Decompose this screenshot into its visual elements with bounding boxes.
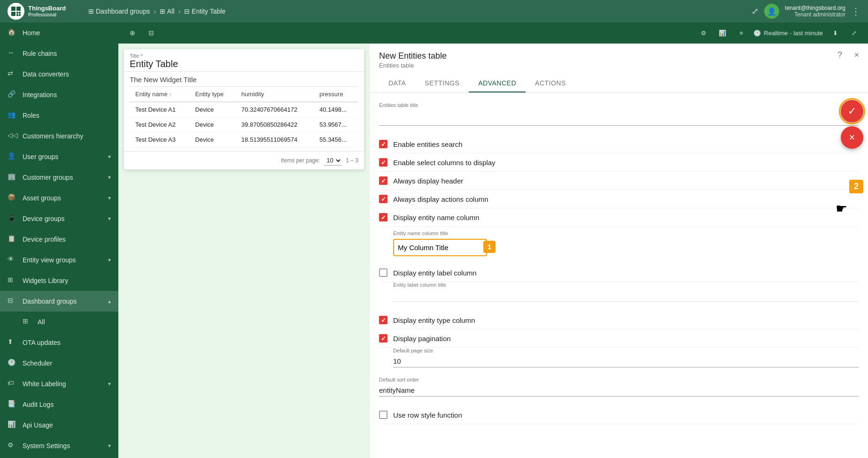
sidebar-item-data-converters[interactable]: ⇄ Data converters xyxy=(0,64,118,84)
display-entity-name-checkbox[interactable]: ✓ xyxy=(379,213,388,221)
toolbar-download-icon[interactable]: ⬇ xyxy=(829,26,842,39)
white-labeling-icon: 🏷 xyxy=(8,379,17,389)
sidebar-item-rule-chains[interactable]: ↔ Rule chains xyxy=(0,43,118,64)
toolbar-table-icon[interactable]: ⊟ xyxy=(145,26,158,39)
always-display-header-checkbox[interactable]: ✓ xyxy=(379,176,388,185)
enable-search-checkbox[interactable]: ✓ xyxy=(379,140,388,148)
sidebar-label-device-profiles: Device profiles xyxy=(23,236,111,243)
entities-table-title-field: Entities table title xyxy=(379,102,859,126)
table-cell: Device xyxy=(190,132,236,147)
sidebar-label-user-groups: User groups xyxy=(23,153,102,160)
always-display-actions-checkbox[interactable]: ✓ xyxy=(379,195,388,203)
scheduler-icon: 🕐 xyxy=(8,359,17,368)
check-icon: ✓ xyxy=(381,177,386,184)
sidebar-item-audit-logs[interactable]: 📑 Audit Logs xyxy=(0,394,118,415)
breadcrumb-sep-2: › xyxy=(178,8,180,15)
sidebar-item-customer-groups[interactable]: 🏢 Customer groups ▾ xyxy=(0,167,118,188)
sidebar-item-widgets-library[interactable]: ⊞ Widgets Library xyxy=(0,270,118,291)
sidebar-item-user-groups[interactable]: 👤 User groups ▾ xyxy=(0,146,118,167)
svg-rect-3 xyxy=(16,12,18,14)
display-pagination-checkbox[interactable]: ✓ xyxy=(379,334,388,343)
col-entity-name: Entity name ↑ xyxy=(130,87,190,102)
display-entity-type-checkbox[interactable]: ✓ xyxy=(379,316,388,324)
sidebar-item-ota-updates[interactable]: ⬆ OTA updates xyxy=(0,332,118,353)
sidebar-item-device-groups[interactable]: 📱 Device groups ▾ xyxy=(0,208,118,229)
avatar[interactable]: 👤 xyxy=(764,4,779,19)
entity-name-column-input[interactable] xyxy=(398,244,467,252)
sidebar-item-dashboard-groups[interactable]: ⊟ Dashboard groups ▴ xyxy=(0,291,118,312)
sidebar-item-device-profiles[interactable]: 📋 Device profiles xyxy=(0,229,118,250)
sidebar-label-ota-updates: OTA updates xyxy=(23,339,111,346)
sidebar-item-integrations[interactable]: 🔗 Integrations xyxy=(0,84,118,105)
display-entity-label-checkbox[interactable] xyxy=(379,268,388,277)
tab-advanced[interactable]: Advanced xyxy=(469,75,526,92)
table-cell: Test Device A3 xyxy=(130,132,190,147)
expand-icon[interactable]: ⤢ xyxy=(752,6,759,16)
tab-actions[interactable]: Actions xyxy=(526,75,575,92)
sidebar: 🏠 Home ↔ Rule chains ⇄ Data converters 🔗… xyxy=(0,23,118,458)
widgets-library-icon: ⊞ xyxy=(8,276,17,285)
sidebar-label-scheduler: Scheduler xyxy=(23,359,111,367)
sidebar-item-all[interactable]: ⊞ All xyxy=(0,312,118,332)
sidebar-item-scheduler[interactable]: 🕐 Scheduler xyxy=(0,353,118,374)
toolbar-filter-icon[interactable]: ≡ xyxy=(735,26,748,39)
sidebar-label-system-settings: System Settings xyxy=(23,442,102,450)
sidebar-item-customers-hierarchy[interactable]: ◁◁ Customers hierarchy xyxy=(0,126,118,146)
clock-icon: 🕐 xyxy=(753,30,761,37)
checkbox-row-always-display-actions: ✓Always display actions column xyxy=(379,190,859,208)
sidebar-item-home[interactable]: 🏠 Home xyxy=(0,23,118,43)
sidebar-item-roles[interactable]: 👥 Roles xyxy=(0,105,118,126)
device-groups-chevron-icon: ▾ xyxy=(108,215,111,222)
display-entity-type-row: ✓ Display entity type column xyxy=(379,311,859,329)
toolbar-right: ⚙ 📊 ≡ 🕐 Realtime - last minute ⬇ ⤢ xyxy=(697,26,860,39)
toolbar-chart-icon[interactable]: 📊 xyxy=(716,26,729,39)
sidebar-item-system-settings[interactable]: ⚙ System Settings ▾ xyxy=(0,435,118,456)
tab-data[interactable]: Data xyxy=(379,75,415,92)
table-cell: Test Device A2 xyxy=(130,117,190,132)
sidebar-label-customer-groups: Customer groups xyxy=(23,174,102,181)
integrations-icon: 🔗 xyxy=(8,90,17,99)
sidebar-item-entity-view-groups[interactable]: 👁 Entity view groups ▾ xyxy=(0,250,118,270)
entity-name-column-field: Entity name column title 1 xyxy=(393,230,487,256)
table-cell: Test Device A1 xyxy=(130,102,190,117)
entities-table-title-input[interactable] xyxy=(379,112,859,123)
always-display-header-label: Always display header xyxy=(393,177,463,185)
default-page-size-input[interactable] xyxy=(393,355,859,367)
default-sort-order-input[interactable] xyxy=(379,384,859,397)
sidebar-item-api-usage[interactable]: 📊 Api Usage xyxy=(0,415,118,435)
breadcrumb-entity-table[interactable]: ⊟ Entity Table xyxy=(184,8,225,15)
logo: ThingsBoard Professional xyxy=(8,3,83,20)
toolbar-gear-icon[interactable]: ⚙ xyxy=(697,26,710,39)
help-button[interactable]: ? xyxy=(833,48,846,61)
check-icon: ✓ xyxy=(381,317,386,324)
breadcrumb-dashboard-groups[interactable]: ⊞ Dashboard groups xyxy=(88,8,150,15)
api-usage-icon: 📊 xyxy=(8,420,17,430)
sidebar-label-rule-chains: Rule chains xyxy=(23,50,111,57)
toolbar-layers-icon[interactable]: ⊕ xyxy=(126,26,139,39)
items-per-page-select[interactable]: 10 25 50 xyxy=(324,155,342,166)
breadcrumb-all[interactable]: ⊞ All xyxy=(160,8,175,15)
widget-title-label: Title * xyxy=(130,53,358,59)
toolbar-fullscreen-icon[interactable]: ⤢ xyxy=(847,26,860,39)
system-settings-chevron-icon: ▾ xyxy=(108,443,111,449)
use-row-style-checkbox[interactable] xyxy=(379,411,388,419)
tab-settings[interactable]: Settings xyxy=(415,75,469,92)
sidebar-label-home: Home xyxy=(23,29,111,37)
entity-label-column-label: Entity label column title xyxy=(393,282,859,288)
close-button[interactable]: × xyxy=(850,48,863,61)
widget-title-value: Entity Table xyxy=(130,59,358,69)
more-options-icon[interactable]: ⋮ xyxy=(851,6,860,17)
svg-rect-6 xyxy=(19,14,21,16)
check-icon: ✓ xyxy=(381,196,386,203)
sidebar-item-white-labeling[interactable]: 🏷 White Labeling ▾ xyxy=(0,374,118,394)
data-converters-icon: ⇄ xyxy=(8,69,17,79)
table-icon: ⊟ xyxy=(184,8,190,15)
enable-select-columns-checkbox[interactable]: ✓ xyxy=(379,158,388,167)
svg-rect-4 xyxy=(19,12,21,14)
cancel-button[interactable]: × xyxy=(841,126,863,149)
sidebar-item-asset-groups[interactable]: 📦 Asset groups ▾ xyxy=(0,188,118,208)
sidebar-label-widgets-library: Widgets Library xyxy=(23,277,111,284)
entity-name-badge: 1 xyxy=(483,241,496,253)
widget-panel-area: Title * Entity Table The New Widget Titl… xyxy=(118,44,868,458)
breadcrumb: ⊞ Dashboard groups › ⊞ All › ⊟ Entity Ta… xyxy=(88,8,225,15)
